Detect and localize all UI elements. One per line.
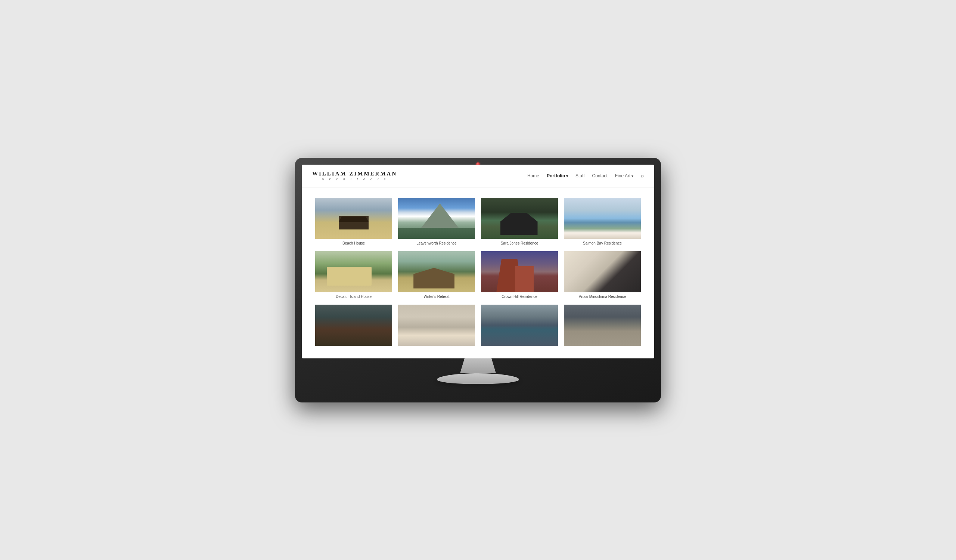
monitor-stand [437, 373, 519, 384]
monitor-neck [456, 358, 500, 373]
portfolio-image-sara-jones [481, 198, 558, 239]
portfolio-label-writers-retreat: Writer's Retreat [398, 295, 475, 299]
logo-area: William Zimmerman A r c h i t e c t s [312, 171, 397, 181]
nav-staff[interactable]: Staff [575, 173, 585, 179]
portfolio-item-row3-1[interactable] [312, 302, 395, 351]
monitor-wrapper: William Zimmerman A r c h i t e c t s Ho… [295, 158, 661, 402]
portfolio-item-row3-2[interactable] [395, 302, 478, 351]
portfolio-image-anzai [564, 251, 641, 292]
search-icon[interactable]: ⌕ [641, 173, 644, 179]
portfolio-image-decatur-island [315, 251, 392, 292]
portfolio-label-sara-jones: Sara Jones Residence [481, 241, 558, 245]
portfolio-image-row3-3 [481, 304, 558, 346]
portfolio-item-decatur-island[interactable]: Decatur Island House [312, 248, 395, 302]
nav-home[interactable]: Home [527, 173, 539, 179]
site-header: William Zimmerman A r c h i t e c t s Ho… [302, 165, 654, 187]
logo-subtitle: A r c h i t e c t s [312, 177, 397, 181]
portfolio-image-row3-2 [398, 304, 475, 346]
portfolio-label-decatur-island: Decatur Island House [315, 295, 392, 299]
monitor-stand-assembly [302, 358, 654, 384]
portfolio-image-salmon-bay [564, 198, 641, 239]
portfolio-image-writers-retreat [398, 251, 475, 292]
portfolio-image-crown-hill [481, 251, 558, 292]
portfolio-image-beach-house [315, 198, 392, 239]
portfolio-label-leavenworth: Leavenworth Residence [398, 241, 475, 245]
portfolio-item-salmon-bay[interactable]: Salmon Bay Residence [561, 195, 644, 248]
portfolio-item-row3-3[interactable] [478, 302, 561, 351]
portfolio-image-row3-1 [315, 304, 392, 346]
logo-name: William Zimmerman [312, 171, 397, 177]
portfolio-item-crown-hill[interactable]: Crown Hill Residence [478, 248, 561, 302]
portfolio-grid: Beach House Leavenworth Residence Sara J… [302, 187, 654, 358]
portfolio-item-leavenworth[interactable]: Leavenworth Residence [395, 195, 478, 248]
portfolio-label-anzai: Anzai Minoshima Residence [564, 295, 641, 299]
nav-portfolio[interactable]: Portfolio [547, 173, 568, 179]
nav-fine-art[interactable]: Fine Art [615, 173, 634, 179]
monitor-bezel: William Zimmerman A r c h i t e c t s Ho… [295, 158, 661, 402]
portfolio-item-writers-retreat[interactable]: Writer's Retreat [395, 248, 478, 302]
portfolio-item-beach-house[interactable]: Beach House [312, 195, 395, 248]
portfolio-item-row3-4[interactable] [561, 302, 644, 351]
portfolio-item-anzai[interactable]: Anzai Minoshima Residence [561, 248, 644, 302]
portfolio-label-beach-house: Beach House [315, 241, 392, 245]
main-nav: Home Portfolio Staff Contact Fine Art ⌕ [527, 173, 644, 179]
monitor-screen: William Zimmerman A r c h i t e c t s Ho… [302, 165, 654, 358]
website: William Zimmerman A r c h i t e c t s Ho… [302, 165, 654, 358]
portfolio-image-leavenworth [398, 198, 475, 239]
portfolio-item-sara-jones[interactable]: Sara Jones Residence [478, 195, 561, 248]
nav-contact[interactable]: Contact [592, 173, 608, 179]
portfolio-image-row3-4 [564, 304, 641, 346]
portfolio-label-salmon-bay: Salmon Bay Residence [564, 241, 641, 245]
portfolio-label-crown-hill: Crown Hill Residence [481, 295, 558, 299]
